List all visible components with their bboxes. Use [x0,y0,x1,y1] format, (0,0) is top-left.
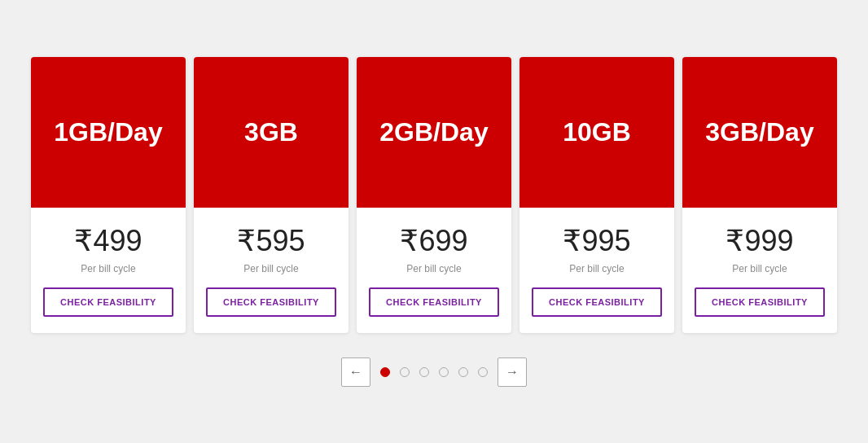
card-header-4: 3GB/Day [682,57,837,208]
pagination-dot-1[interactable] [400,367,410,377]
card-data-label-2: 2GB/Day [379,116,488,147]
card-data-label-1: 3GB [244,116,298,147]
card-body-3: ₹995 Per bill cycle CHECK FEASIBILITY [519,208,674,333]
cards-container: 1GB/Day ₹499 Per bill cycle CHECK FEASIB… [31,57,837,333]
card-body-2: ₹699 Per bill cycle CHECK FEASIBILITY [357,208,511,333]
plan-card-4: 3GB/Day ₹999 Per bill cycle CHECK FEASIB… [682,57,837,333]
card-price-2: ₹699 [400,224,467,258]
card-body-1: ₹595 Per bill cycle CHECK FEASIBILITY [194,208,349,333]
check-feasibility-button-2[interactable]: CHECK FEASIBILITY [369,287,499,317]
card-header-0: 1GB/Day [31,57,186,208]
card-price-sub-0: Per bill cycle [81,263,135,274]
check-feasibility-button-3[interactable]: CHECK FEASIBILITY [532,287,662,317]
card-body-0: ₹499 Per bill cycle CHECK FEASIBILITY [31,208,186,333]
card-header-1: 3GB [194,57,349,208]
check-feasibility-button-0[interactable]: CHECK FEASIBILITY [43,287,173,317]
pagination-dot-5[interactable] [478,367,488,377]
card-price-sub-3: Per bill cycle [569,263,624,274]
card-price-0: ₹499 [74,224,142,258]
card-price-1: ₹595 [237,224,305,258]
pagination: ← → [341,357,527,387]
card-header-3: 10GB [519,57,674,208]
card-price-sub-2: Per bill cycle [406,263,461,274]
card-data-label-4: 3GB/Day [705,116,813,147]
pagination-dot-3[interactable] [439,367,449,377]
card-price-sub-4: Per bill cycle [732,263,787,274]
prev-arrow[interactable]: ← [341,357,370,387]
pagination-dot-4[interactable] [458,367,468,377]
dots-container [380,367,488,377]
card-data-label-0: 1GB/Day [54,116,162,147]
card-data-label-3: 10GB [563,116,631,147]
plan-card-0: 1GB/Day ₹499 Per bill cycle CHECK FEASIB… [31,57,186,333]
check-feasibility-button-4[interactable]: CHECK FEASIBILITY [695,287,825,317]
pagination-dot-2[interactable] [419,367,429,377]
card-price-4: ₹999 [726,224,793,258]
check-feasibility-button-1[interactable]: CHECK FEASIBILITY [206,287,336,317]
card-body-4: ₹999 Per bill cycle CHECK FEASIBILITY [682,208,837,333]
plan-card-1: 3GB ₹595 Per bill cycle CHECK FEASIBILIT… [194,57,349,333]
card-price-3: ₹995 [563,224,630,258]
plan-card-2: 2GB/Day ₹699 Per bill cycle CHECK FEASIB… [357,57,511,333]
plan-card-3: 10GB ₹995 Per bill cycle CHECK FEASIBILI… [519,57,674,333]
next-arrow[interactable]: → [498,357,527,387]
card-header-2: 2GB/Day [357,57,511,208]
card-price-sub-1: Per bill cycle [243,263,298,274]
pagination-dot-0[interactable] [380,367,390,377]
